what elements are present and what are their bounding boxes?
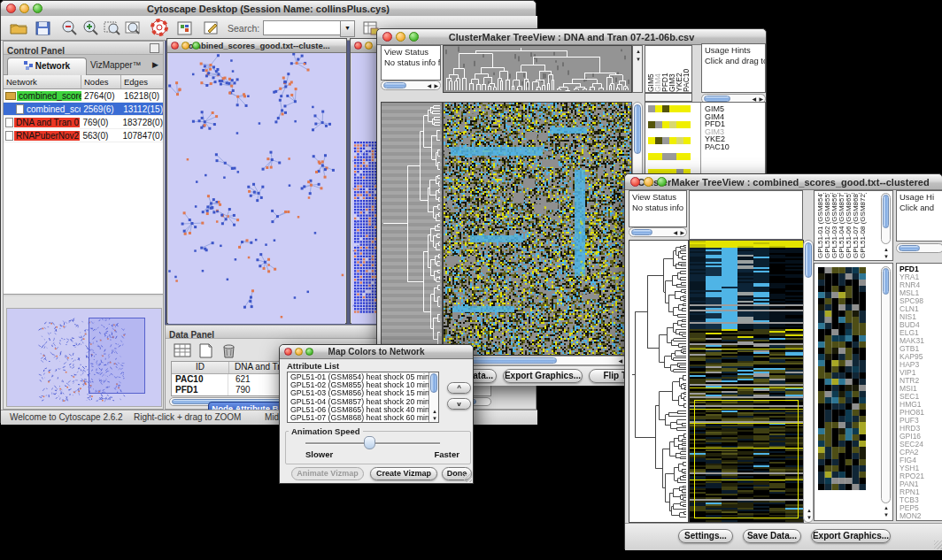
dialog-zoom-button[interactable] [305, 348, 313, 356]
tv2-settings-button[interactable]: Settings... [678, 529, 733, 543]
column-network[interactable]: Network [4, 75, 81, 88]
tv1-view-status-line1: View Status [382, 46, 440, 57]
tv1-zoom-cell [662, 105, 669, 112]
network-canvas[interactable] [168, 53, 345, 324]
network-overview-canvas[interactable] [6, 308, 162, 407]
tv1-strip-down-arrow[interactable]: ▼ [636, 57, 641, 62]
tv2-minimize-button[interactable] [644, 177, 653, 187]
zoom-in-icon[interactable] [81, 19, 102, 37]
tv2-labels-up-arrow[interactable]: ▲ [884, 247, 889, 252]
dialog-minimize-button[interactable] [295, 348, 303, 356]
tv2-gene-label: PFD1 [900, 265, 942, 273]
search-input[interactable] [263, 20, 341, 35]
tv1-status-hscrollbar[interactable]: ◀▶ [381, 81, 441, 90]
frame-close-button[interactable] [171, 42, 179, 50]
tv1-zoom-cell [683, 105, 691, 112]
vizmapper-icon[interactable] [174, 19, 196, 37]
delete-attribute-icon[interactable] [219, 342, 240, 361]
tv2-labels-down-arrow[interactable]: ▼ [884, 254, 889, 259]
frame-zoom-button[interactable] [192, 42, 200, 50]
tv1-close-button[interactable] [382, 32, 392, 42]
attribute-list-vscrollbar[interactable]: ▲▼ [429, 372, 438, 422]
tv2-gene-label: KAP95 [900, 353, 942, 361]
tv1-export-graphics-button[interactable]: Export Graphics... [503, 369, 583, 383]
dialog-titlebar[interactable]: Map Colors to Network [280, 345, 473, 359]
tv1-array-dendrogram[interactable] [443, 45, 632, 93]
minimize-button[interactable] [19, 4, 29, 13]
tv2-save-data-button[interactable]: Save Data... [743, 529, 801, 543]
network-row[interactable]: DNA and Tran 07769(0)183728(0) [4, 116, 163, 129]
save-icon[interactable] [33, 19, 54, 37]
file-icon [5, 131, 13, 141]
dialog-resize-grip[interactable] [463, 473, 472, 482]
annotation-icon[interactable] [201, 19, 222, 37]
network-row[interactable]: combined_scores2764(0)16218(0) [4, 89, 163, 103]
network-view-frame: combined_scores_good.txt--cluste... [166, 38, 347, 324]
zoom-fit-icon[interactable] [123, 19, 144, 37]
tv2-export-graphics-button[interactable]: Export Graphics... [811, 529, 891, 543]
create-vizmap-button[interactable]: Create Vizmap [370, 467, 437, 480]
tab-network[interactable]: Network [7, 58, 87, 75]
tv2-zoom-button[interactable] [657, 177, 667, 187]
tv2-global-heatmap[interactable] [689, 240, 804, 523]
tv1-strip-up-arrow[interactable]: ▲ [636, 49, 641, 54]
network-nodes: 2764(0) [81, 91, 121, 101]
tv2-gene-label: FIG4 [900, 456, 942, 464]
tv1-zoom-heatmap[interactable] [648, 105, 691, 148]
tv2-gene-label: SEC24 [900, 441, 942, 449]
tv1-gene-dendrogram[interactable] [381, 102, 443, 356]
tv1-minimize-button[interactable] [396, 32, 405, 42]
network-row[interactable]: RNAPuberNov2+I563(0)107847(0) [4, 129, 163, 142]
tv2-zoom-heatmap[interactable] [818, 267, 866, 490]
network-row[interactable]: combined_sco2569(6)13112(15) [4, 103, 163, 116]
zoom-window-button[interactable] [33, 4, 42, 13]
move-up-button[interactable]: ^ [447, 382, 471, 394]
speed-slider-thumb[interactable] [364, 436, 375, 449]
tv1-gene-label: GIM4 [705, 113, 730, 121]
tv2-gene-label: RPO21 [900, 472, 942, 480]
id-column-header[interactable]: ID [172, 362, 229, 373]
tv2-titlebar[interactable]: ClusterMaker TreeView : combined_scores_… [625, 174, 942, 190]
animate-vizmap-button[interactable]: Animate Vizmap [291, 467, 364, 480]
open-file-icon[interactable] [8, 19, 29, 37]
float-panel-icon[interactable] [150, 43, 159, 53]
network-edges: 16218(0) [121, 91, 163, 101]
tv1-zoom-button[interactable] [409, 32, 419, 42]
frame2-minimize-button[interactable] [365, 42, 373, 50]
data-row-id: PAC10 [172, 374, 228, 385]
tv1-zoom-cell [648, 105, 655, 112]
zoom-out-icon[interactable] [59, 19, 81, 37]
column-edges[interactable]: Edges [121, 75, 163, 88]
main-titlebar[interactable]: Cytoscape Desktop (Session Name: collins… [1, 1, 536, 17]
tv1-zoom-cell [676, 153, 683, 160]
tv2-zoom-down-arrow[interactable]: ▼ [884, 512, 889, 518]
tv2-labels-vscrollbar[interactable] [881, 193, 891, 244]
tv1-global-heatmap[interactable] [443, 102, 632, 356]
tv2-close-button[interactable] [630, 177, 640, 187]
search-dropdown-button[interactable]: ▼ [340, 20, 355, 37]
tv2-status-hscrollbar[interactable]: ◀▶ [629, 227, 687, 237]
dialog-close-button[interactable] [284, 348, 292, 356]
tv2-zoom-vscrollbar[interactable] [881, 266, 891, 503]
tv2-gene-dendrogram[interactable] [629, 240, 689, 523]
attribute-item[interactable]: GPL51-07 (GSM868) heat shock 60 min [289, 414, 428, 422]
tab-vizmapper[interactable]: VizMapper™ [90, 60, 142, 70]
close-button[interactable] [6, 4, 16, 13]
tv1-zoom-cell [655, 105, 662, 112]
tv2-usage-hscrollbar[interactable] [896, 243, 942, 253]
status-zoom-hint: Right-click + drag to ZOOM [134, 412, 241, 422]
frame-minimize-button[interactable] [181, 42, 189, 50]
new-attribute-icon[interactable] [196, 342, 217, 361]
tab-overflow-arrow[interactable]: ▶ [152, 60, 158, 69]
network-tab-icon [24, 61, 33, 70]
frame2-close-button[interactable] [354, 42, 362, 50]
table-icon[interactable] [173, 342, 194, 361]
tv2-gene-label: GPI16 [900, 433, 942, 441]
move-down-button[interactable]: v [447, 398, 471, 410]
tv2-zoom-up-arrow[interactable]: ▲ [884, 505, 889, 510]
zoom-selected-icon[interactable] [102, 19, 123, 37]
column-nodes[interactable]: Nodes [81, 75, 121, 88]
tv2-resize-grip[interactable] [934, 541, 942, 549]
tv2-heatmap-vscrollbar[interactable]: ▲▼ [803, 240, 814, 523]
help-lifering-icon[interactable] [150, 19, 171, 37]
